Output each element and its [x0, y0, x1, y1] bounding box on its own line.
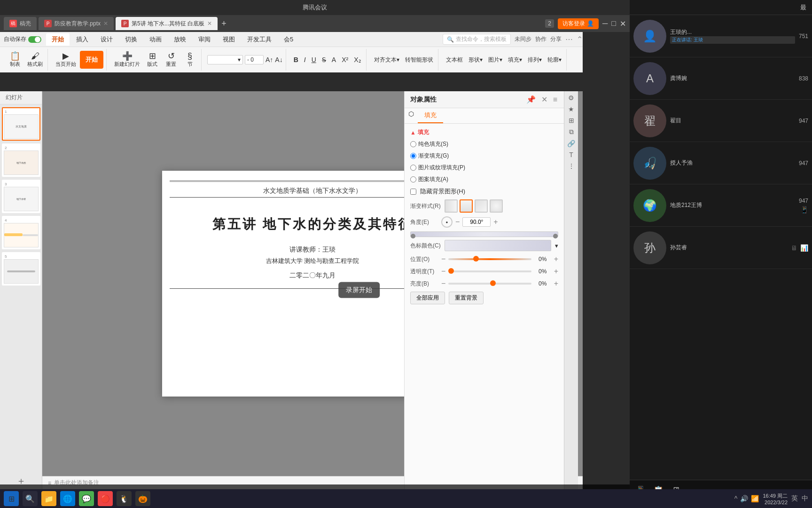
font-increase-btn[interactable]: A↑: [265, 56, 273, 64]
side-icon-text[interactable]: T: [569, 151, 573, 159]
auto-save-switch[interactable]: [28, 36, 41, 43]
panel-tab-fill[interactable]: 填充: [418, 108, 443, 123]
ribbon-tab-dev[interactable]: 开发工具: [242, 33, 277, 46]
superscript-btn[interactable]: X²: [340, 55, 350, 64]
font-family-selector[interactable]: ▾: [207, 55, 243, 64]
taskbar-app1[interactable]: 🔴: [98, 491, 113, 506]
search-box[interactable]: 🔍 查找命令，搜索模板: [443, 34, 511, 45]
solid-fill-radio[interactable]: 纯色填充(S): [410, 140, 448, 148]
bold-btn[interactable]: B: [292, 55, 300, 64]
more-btn[interactable]: ⋯: [565, 35, 573, 44]
italic-btn[interactable]: I: [302, 55, 308, 64]
gradient-style-4[interactable]: [490, 199, 503, 213]
font-color-btn[interactable]: A: [330, 55, 338, 64]
solid-fill-input[interactable]: [410, 141, 416, 147]
visit-login-button[interactable]: 访客登录 👤: [558, 18, 599, 29]
font-size-input[interactable]: - 0: [245, 55, 264, 64]
slide-thumb-1[interactable]: 1 水文地质: [2, 107, 40, 141]
input-method-en[interactable]: 英: [791, 494, 798, 503]
textbox-btn[interactable]: 文本框: [444, 55, 465, 65]
picture-fill-radio[interactable]: 图片或纹理填充(P): [410, 164, 465, 172]
brightness-plus-btn[interactable]: +: [554, 279, 558, 288]
pattern-fill-input[interactable]: [410, 176, 416, 183]
more-panel-btn[interactable]: ≡: [552, 95, 558, 105]
slide-thumb-4[interactable]: 4: [2, 216, 40, 249]
opacity-slider[interactable]: [448, 270, 531, 272]
gradient-stop-right[interactable]: [553, 234, 558, 238]
start-slideshow-btn[interactable]: 开始: [80, 51, 103, 69]
collapse-btn[interactable]: ⌃: [577, 35, 583, 44]
share-btn[interactable]: 分享: [550, 35, 562, 43]
tab-add-button[interactable]: +: [221, 19, 226, 29]
ribbon-tab-meeting[interactable]: 会5: [278, 33, 299, 46]
align-text-btn[interactable]: 对齐文本▾: [372, 55, 401, 65]
font-decrease-btn[interactable]: A↓: [275, 56, 282, 64]
ribbon-tab-transition[interactable]: 切换: [119, 33, 143, 46]
shape-btn[interactable]: 形状▾: [467, 55, 484, 65]
angle-plus-btn[interactable]: +: [493, 218, 498, 226]
close-panel-btn[interactable]: ✕: [540, 94, 548, 105]
brightness-minus-btn[interactable]: −: [441, 279, 445, 288]
pin-panel-btn[interactable]: 📌: [525, 94, 537, 105]
taskbar-wechat[interactable]: 💬: [79, 491, 94, 506]
side-icon-grid[interactable]: ⊞: [569, 117, 574, 124]
color-dropdown-btn[interactable]: ▾: [555, 242, 558, 249]
ribbon-tab-view[interactable]: 视图: [217, 33, 241, 46]
unsync-btn[interactable]: 未同步: [515, 35, 531, 43]
format-brush-btn[interactable]: 🖌格式刷: [25, 51, 45, 69]
angle-input[interactable]: [462, 217, 491, 227]
current-start-btn[interactable]: ▶当页开始: [54, 51, 78, 69]
color-picker-btn[interactable]: [445, 240, 551, 251]
side-icon-copy[interactable]: ⧉: [569, 128, 574, 136]
taskbar-edge[interactable]: 🌐: [60, 491, 75, 506]
auto-save-toggle[interactable]: 自动保存: [4, 35, 41, 43]
section-btn[interactable]: §节: [181, 51, 198, 69]
tab-caoke[interactable]: 稿 稿壳: [4, 17, 37, 30]
taskbar-app3[interactable]: 🎃: [135, 491, 150, 506]
gradient-style-3[interactable]: [475, 199, 488, 213]
side-icon-format[interactable]: ⚙: [568, 94, 574, 102]
opacity-minus-btn[interactable]: −: [441, 267, 445, 276]
reset-btn[interactable]: ↺重置: [163, 51, 180, 69]
record-screen-button[interactable]: 录屏开始: [338, 282, 380, 298]
taskbar-search[interactable]: 🔍: [23, 491, 38, 506]
position-plus-btn[interactable]: +: [554, 255, 558, 263]
tray-network[interactable]: 📶: [751, 495, 759, 502]
hide-bg-checkbox[interactable]: [410, 189, 416, 195]
subscript-btn[interactable]: X₂: [352, 55, 363, 64]
slide-thumb-5[interactable]: 5: [2, 252, 40, 286]
ribbon-tab-review[interactable]: 审阅: [193, 33, 216, 46]
gradient-style-1[interactable]: [445, 199, 458, 213]
tab-close-active[interactable]: ✕: [207, 20, 212, 27]
taskbar-app2[interactable]: 🐧: [117, 491, 132, 506]
side-icon-link[interactable]: 🔗: [567, 140, 575, 147]
panel-tab-shape-icon[interactable]: ⬡: [405, 108, 418, 123]
arrange-btn[interactable]: 排列▾: [526, 55, 544, 65]
slide-thumb-3[interactable]: 3 地下水特: [2, 180, 40, 213]
ribbon-tab-insert[interactable]: 插入: [70, 33, 94, 46]
image-btn[interactable]: 图片▾: [486, 55, 504, 65]
angle-minus-btn[interactable]: −: [455, 218, 460, 226]
paste-btn[interactable]: 📋制表: [7, 51, 23, 69]
brightness-slider[interactable]: [448, 283, 531, 285]
side-icon-more-vert[interactable]: ⋮: [568, 162, 575, 170]
strikethrough-btn[interactable]: S̶: [320, 55, 328, 64]
start-button[interactable]: ⊞: [4, 491, 19, 506]
tray-volume[interactable]: 🔊: [740, 495, 748, 502]
reset-bg-btn[interactable]: 重置背景: [449, 292, 484, 304]
taskbar-time[interactable]: 16:49 周二 2022/3/22: [763, 492, 788, 505]
tab-pptx[interactable]: P 防疫教育教学.pptx ✕: [39, 17, 114, 30]
tab-active[interactable]: P 第5讲 地下水...其特征 白底板 ✕: [116, 17, 218, 30]
tab-close-pptx[interactable]: ✕: [103, 20, 108, 27]
opacity-plus-btn[interactable]: +: [554, 267, 558, 276]
slide-thumb-2[interactable]: 2 地下水的: [2, 143, 40, 177]
ribbon-tab-slideshow[interactable]: 放映: [168, 33, 192, 46]
ribbon-tab-design[interactable]: 设计: [95, 33, 118, 46]
gradient-style-2[interactable]: [460, 199, 473, 213]
position-minus-btn[interactable]: −: [441, 255, 445, 263]
pattern-fill-radio[interactable]: 图案填充(A): [410, 175, 448, 183]
minimize-button[interactable]: ─: [602, 19, 608, 28]
position-slider[interactable]: [448, 258, 531, 260]
apply-all-btn[interactable]: 全部应用: [410, 292, 445, 304]
taskbar-explorer[interactable]: 📁: [41, 491, 56, 506]
